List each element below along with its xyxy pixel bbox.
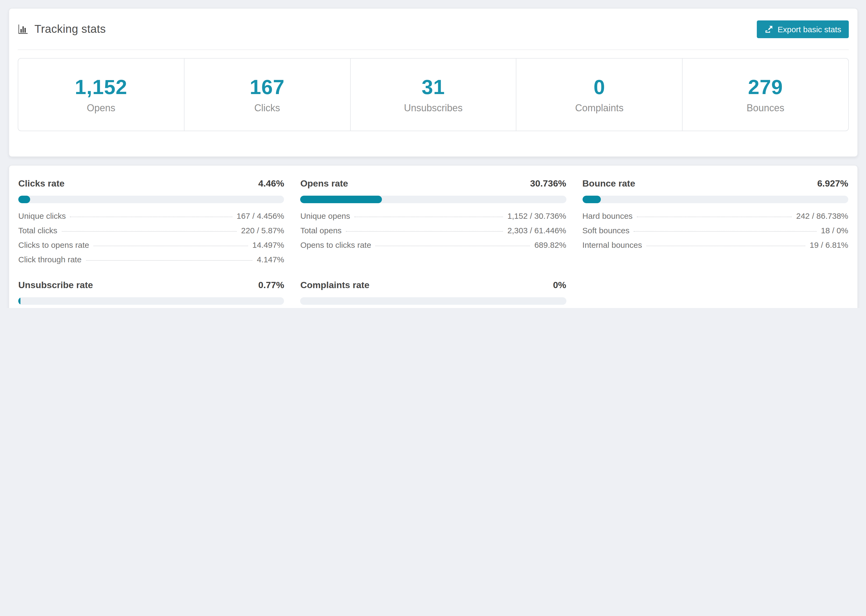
unsubscribe-rate-block: Unsubscribe rate 0.77% Unsubscribes31 bbox=[18, 280, 284, 308]
stat-label: Complaints bbox=[575, 102, 624, 114]
rate-title: Clicks rate bbox=[18, 178, 65, 189]
rate-value: 0.77% bbox=[258, 280, 284, 291]
stat-value: 279 bbox=[748, 75, 783, 99]
detail-row: Internal bounces19 / 6.81% bbox=[582, 240, 848, 255]
export-icon bbox=[764, 25, 773, 34]
bar-chart-icon bbox=[18, 24, 28, 35]
stat-value: 0 bbox=[594, 75, 605, 99]
rate-value: 6.927% bbox=[817, 178, 848, 189]
rate-value: 0% bbox=[553, 280, 566, 291]
progress-track bbox=[18, 297, 284, 305]
rate-value: 30.736% bbox=[530, 178, 566, 189]
stat-label: Unsubscribes bbox=[404, 102, 463, 114]
progress-fill bbox=[301, 196, 382, 203]
detail-row: Total opens2,303 / 61.446% bbox=[301, 226, 567, 240]
progress-fill bbox=[582, 196, 601, 203]
dotted-leader bbox=[93, 246, 248, 246]
progress-track bbox=[301, 297, 567, 305]
stat-bounces: 279 Bounces bbox=[682, 58, 848, 130]
progress-track bbox=[582, 196, 848, 203]
stat-label: Opens bbox=[87, 102, 115, 114]
dotted-leader bbox=[637, 217, 792, 217]
dotted-leader bbox=[86, 260, 252, 261]
stat-opens: 1,152 Opens bbox=[18, 58, 184, 130]
summary-stats-row: 1,152 Opens 167 Clicks 31 Unsubscribes 0… bbox=[18, 58, 849, 131]
detail-row: Unique opens1,152 / 30.736% bbox=[301, 211, 567, 226]
stat-clicks: 167 Clicks bbox=[184, 58, 350, 130]
tracking-stats-card: Tracking stats Export basic stats 1,152 … bbox=[9, 8, 858, 157]
stat-value: 31 bbox=[422, 75, 445, 99]
clicks-rate-block: Clicks rate 4.46% Unique clicks167 / 4.4… bbox=[18, 178, 284, 269]
stat-value: 167 bbox=[250, 75, 285, 99]
dotted-leader bbox=[61, 231, 237, 232]
detail-row: Soft bounces18 / 0% bbox=[582, 226, 848, 240]
rate-value: 4.46% bbox=[258, 178, 284, 189]
rate-title: Opens rate bbox=[301, 178, 348, 189]
dotted-leader bbox=[634, 231, 817, 232]
progress-fill bbox=[18, 297, 20, 305]
rate-title: Complaints rate bbox=[301, 280, 370, 291]
dotted-leader bbox=[354, 217, 503, 217]
detail-row: Click through rate4.147% bbox=[18, 255, 284, 269]
detail-row: Unique clicks167 / 4.456% bbox=[18, 211, 284, 226]
stat-complaints: 0 Complaints bbox=[516, 58, 682, 130]
progress-track bbox=[18, 196, 284, 203]
page-title: Tracking stats bbox=[35, 23, 106, 36]
progress-track bbox=[301, 196, 567, 203]
bounce-rate-block: Bounce rate 6.927% Hard bounces242 / 86.… bbox=[582, 178, 848, 269]
detail-row: Opens to clicks rate689.82% bbox=[301, 240, 567, 255]
dotted-leader bbox=[346, 231, 503, 232]
rate-title: Unsubscribe rate bbox=[18, 280, 93, 291]
opens-rate-block: Opens rate 30.736% Unique opens1,152 / 3… bbox=[301, 178, 567, 269]
dashboard-page: Tracking stats Export basic stats 1,152 … bbox=[0, 0, 866, 308]
stat-label: Bounces bbox=[746, 102, 784, 114]
detail-row: Clicks to opens rate14.497% bbox=[18, 240, 284, 255]
stat-value: 1,152 bbox=[75, 75, 127, 99]
export-basic-stats-button[interactable]: Export basic stats bbox=[757, 20, 849, 38]
rate-title: Bounce rate bbox=[582, 178, 635, 189]
tracking-stats-header: Tracking stats Export basic stats bbox=[9, 9, 857, 49]
complaints-rate-block: Complaints rate 0% Complaints0 bbox=[301, 280, 567, 308]
dotted-leader bbox=[646, 246, 805, 246]
detail-row: Total clicks220 / 5.87% bbox=[18, 226, 284, 240]
rates-card: Clicks rate 4.46% Unique clicks167 / 4.4… bbox=[9, 165, 858, 308]
stat-label: Clicks bbox=[254, 102, 280, 114]
dotted-leader bbox=[375, 246, 530, 246]
detail-row: Hard bounces242 / 86.738% bbox=[582, 211, 848, 226]
header-divider bbox=[18, 49, 849, 50]
stat-unsubscribes: 31 Unsubscribes bbox=[350, 58, 516, 130]
progress-fill bbox=[18, 196, 30, 203]
dotted-leader bbox=[70, 217, 232, 217]
